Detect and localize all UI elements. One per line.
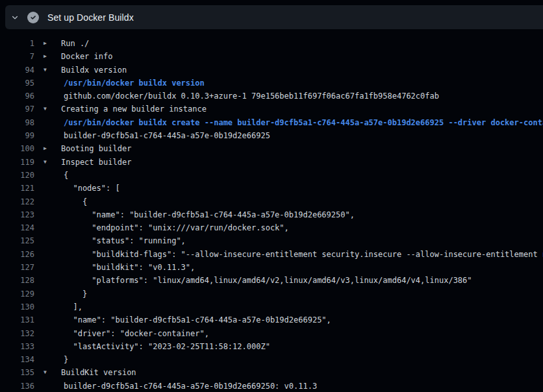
- line-number[interactable]: 7: [0, 50, 34, 63]
- line-number[interactable]: 127: [0, 261, 34, 274]
- log-line: 95 /usr/bin/docker buildx version: [0, 77, 543, 90]
- line-number[interactable]: 129: [0, 288, 34, 300]
- log-line: 131 "name": "builder-d9cfb5a1-c764-445a-…: [0, 313, 543, 326]
- line-number[interactable]: 133: [0, 340, 34, 353]
- log-line[interactable]: 135 ▼ BuildKit version: [0, 366, 543, 379]
- log-text: "buildkit": "v0.11.3",: [61, 261, 195, 274]
- line-number[interactable]: 94: [0, 64, 34, 77]
- group-toggle-icon: [34, 248, 61, 261]
- log-container: 1 ▶ Run ./ 7 ▶ Docker info 94 ▼ Buildx v…: [0, 37, 543, 392]
- line-number[interactable]: 97: [0, 103, 34, 116]
- group-toggle-icon: [34, 182, 61, 195]
- line-number[interactable]: 132: [0, 327, 34, 340]
- check-circle-icon: [27, 12, 39, 23]
- log-line: 134 }: [0, 353, 543, 366]
- log-text: "platforms": "linux/amd64,linux/amd64/v2…: [61, 274, 472, 287]
- log-text: ],: [61, 300, 82, 313]
- log-line[interactable]: 7 ▶ Docker info: [0, 50, 543, 63]
- log-line: 127 "buildkit": "v0.11.3",: [0, 261, 543, 274]
- log-line[interactable]: 97 ▼ Creating a new builder instance: [0, 103, 543, 116]
- expanded-triangle-icon: ▼: [34, 64, 61, 77]
- log-text: Creating a new builder instance: [61, 103, 207, 116]
- log-line: 133 "lastActivity": "2023-02-25T11:58:12…: [0, 340, 543, 353]
- group-toggle-icon: [34, 288, 61, 300]
- log-text: }: [61, 353, 68, 366]
- line-number[interactable]: 96: [0, 90, 34, 103]
- log-text: "status": "running",: [61, 234, 186, 247]
- group-toggle-icon: [34, 195, 61, 208]
- actions-log-viewer: Set up Docker Buildx 1 ▶ Run ./ 7 ▶ Dock…: [0, 0, 543, 392]
- group-toggle-icon: [34, 353, 61, 366]
- log-text: /usr/bin/docker buildx version: [61, 77, 205, 90]
- expanded-triangle-icon: ▼: [34, 103, 61, 116]
- group-toggle-icon: [34, 313, 61, 326]
- log-text: "endpoint": "unix:///var/run/docker.sock…: [61, 221, 289, 234]
- log-text: {: [61, 169, 68, 182]
- log-line[interactable]: 119 ▼ Inspect builder: [0, 156, 543, 169]
- log-line: 123 "name": "builder-d9cfb5a1-c764-445a-…: [0, 208, 543, 221]
- group-toggle-icon: [34, 208, 61, 221]
- line-number[interactable]: 125: [0, 234, 34, 247]
- line-number[interactable]: 1: [0, 37, 34, 50]
- line-number[interactable]: 134: [0, 353, 34, 366]
- group-toggle-icon: [34, 169, 61, 182]
- log-line[interactable]: 100 ▶ Booting builder: [0, 142, 543, 155]
- line-number[interactable]: 99: [0, 129, 34, 142]
- group-toggle-icon: [34, 340, 61, 353]
- log-text: }: [61, 288, 87, 300]
- log-text: {: [61, 195, 87, 208]
- group-toggle-icon: [34, 261, 61, 274]
- group-toggle-icon: [34, 327, 61, 340]
- log-text: github.com/docker/buildx 0.10.3+azure-1 …: [61, 90, 439, 103]
- log-text: "lastActivity": "2023-02-25T11:58:12.000…: [61, 340, 270, 353]
- expanded-triangle-icon: ▼: [34, 366, 61, 379]
- log-text: BuildKit version: [61, 366, 136, 379]
- line-number[interactable]: 122: [0, 195, 34, 208]
- step-title: Set up Docker Buildx: [47, 12, 134, 23]
- line-number[interactable]: 119: [0, 156, 34, 169]
- log-line: 132 "driver": "docker-container",: [0, 327, 543, 340]
- log-text: /usr/bin/docker buildx create --name bui…: [61, 116, 543, 129]
- log-text: Booting builder: [61, 142, 131, 155]
- log-text: Buildx version: [61, 64, 127, 77]
- log-line: 130 ],: [0, 300, 543, 313]
- collapsed-triangle-icon: ▶: [34, 142, 61, 155]
- expanded-triangle-icon: ▼: [34, 156, 61, 169]
- chevron-down-icon[interactable]: [11, 14, 19, 21]
- log-text: builder-d9cfb5a1-c764-445a-a57e-0b19d2e6…: [61, 129, 270, 142]
- group-toggle-icon: [34, 380, 61, 392]
- line-number[interactable]: 100: [0, 142, 34, 155]
- log-line[interactable]: 94 ▼ Buildx version: [0, 64, 543, 77]
- log-line: 126 "buildkitd-flags": "--allow-insecure…: [0, 248, 543, 261]
- log-line: 128 "platforms": "linux/amd64,linux/amd6…: [0, 274, 543, 287]
- log-text: Inspect builder: [61, 156, 131, 169]
- line-number[interactable]: 128: [0, 274, 34, 287]
- line-number[interactable]: 95: [0, 77, 34, 90]
- line-number[interactable]: 123: [0, 208, 34, 221]
- log-line: 136 builder-d9cfb5a1-c764-445a-a57e-0b19…: [0, 380, 543, 392]
- line-number[interactable]: 126: [0, 248, 34, 261]
- line-number[interactable]: 136: [0, 380, 34, 392]
- log-line: 121 "nodes": [: [0, 182, 543, 195]
- group-toggle-icon: [34, 221, 61, 234]
- log-text: "driver": "docker-container",: [61, 327, 209, 340]
- group-toggle-icon: [34, 77, 61, 90]
- log-text: "name": "builder-d9cfb5a1-c764-445a-a57e…: [61, 313, 331, 326]
- line-number[interactable]: 120: [0, 169, 34, 182]
- log-text: Run ./: [61, 37, 89, 50]
- line-number[interactable]: 121: [0, 182, 34, 195]
- line-number[interactable]: 124: [0, 221, 34, 234]
- group-toggle-icon: [34, 274, 61, 287]
- log-text: builder-d9cfb5a1-c764-445a-a57e-0b19d2e6…: [61, 380, 317, 392]
- line-number[interactable]: 131: [0, 313, 34, 326]
- group-toggle-icon: [34, 116, 61, 129]
- log-line: 125 "status": "running",: [0, 234, 543, 247]
- line-number[interactable]: 98: [0, 116, 34, 129]
- log-text: "name": "builder-d9cfb5a1-c764-445a-a57e…: [61, 208, 355, 221]
- line-number[interactable]: 130: [0, 300, 34, 313]
- log-line: 120 {: [0, 169, 543, 182]
- group-toggle-icon: [34, 90, 61, 103]
- line-number[interactable]: 135: [0, 366, 34, 379]
- log-line[interactable]: 1 ▶ Run ./: [0, 37, 543, 50]
- step-header[interactable]: Set up Docker Buildx: [5, 5, 543, 29]
